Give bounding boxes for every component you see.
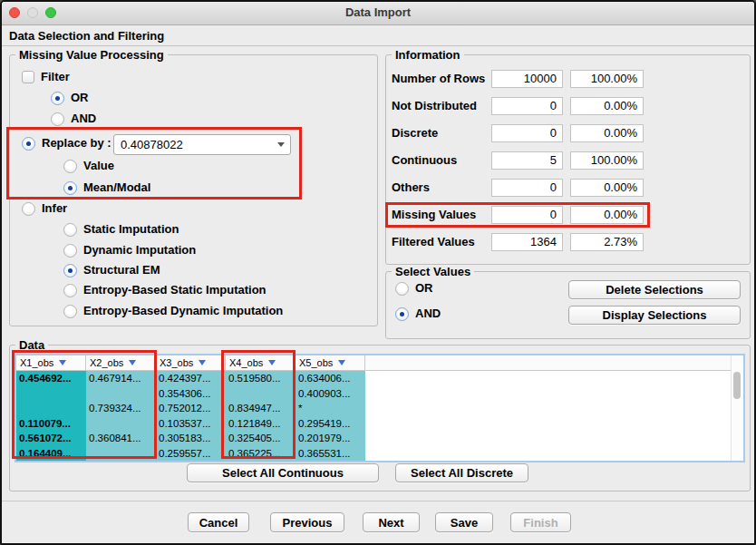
table-cell[interactable]: 0.365225... <box>226 446 296 462</box>
infer-radio-row: Infer <box>22 201 67 216</box>
filter-and-radio-row: AND <box>51 112 96 126</box>
info-percent-filtered-values[interactable]: 2.73% <box>570 233 644 251</box>
info-percent-others[interactable]: 0.00% <box>570 179 644 197</box>
table-cell[interactable]: 0.519580... <box>226 371 296 386</box>
info-percent-missing-values[interactable]: 0.00% <box>570 206 644 224</box>
table-cell[interactable] <box>86 446 156 462</box>
table-cell[interactable]: 0.752012... <box>156 401 226 416</box>
filter-or-radio-row: OR <box>51 91 89 105</box>
table-cell[interactable]: 0.360841... <box>86 431 156 446</box>
filter-checkbox[interactable] <box>22 71 34 83</box>
info-value-missing-values[interactable]: 0 <box>491 206 563 224</box>
info-percent-number-of-rows[interactable]: 100.00% <box>570 70 644 88</box>
cancel-button[interactable]: Cancel <box>188 512 249 532</box>
info-percent-discrete[interactable]: 0.00% <box>570 124 644 142</box>
table-cell[interactable]: 0.634006... <box>296 371 365 386</box>
info-value-discrete[interactable]: 0 <box>491 124 563 142</box>
table-cell[interactable]: 0.467914... <box>86 371 156 386</box>
table-cell[interactable]: * <box>296 401 365 416</box>
table-vertical-scrollbar[interactable] <box>731 355 743 461</box>
table-cell[interactable]: 0.424397... <box>156 371 226 386</box>
table-cell[interactable] <box>226 386 296 402</box>
select-all-discrete-button[interactable]: Select All Discrete <box>395 463 528 482</box>
previous-button[interactable]: Previous <box>270 512 344 532</box>
entropy-dynamic-radio[interactable] <box>63 305 77 318</box>
table-cell[interactable] <box>16 386 86 402</box>
column-header-x2-obs[interactable]: X2_obs <box>86 355 156 370</box>
table-cell[interactable]: 0.103537... <box>156 416 226 432</box>
mean-modal-radio[interactable] <box>63 181 77 195</box>
entropy-static-radio[interactable] <box>63 284 77 297</box>
table-cell[interactable] <box>86 386 156 402</box>
table-cell[interactable] <box>86 416 156 432</box>
info-label-continuous: Continuous <box>392 151 457 170</box>
table-cell[interactable]: 0.400903... <box>296 386 365 402</box>
combobox-arrow-button[interactable] <box>272 142 290 147</box>
filter-or-radio[interactable] <box>51 92 64 105</box>
column-dropdown-icon[interactable] <box>199 360 206 365</box>
entropy-dynamic-label: Entropy-Based Dynamic Imputation <box>83 304 283 318</box>
page-header: Data Selection and Filtering <box>2 25 754 46</box>
column-dropdown-icon[interactable] <box>59 360 66 365</box>
save-button[interactable]: Save <box>435 512 493 532</box>
scrollbar-thumb[interactable] <box>733 372 741 399</box>
table-cell[interactable]: 0.354306... <box>156 386 226 402</box>
info-value-others[interactable]: 0 <box>491 179 563 197</box>
select-values-or-radio-row: OR <box>395 281 433 296</box>
table-cell[interactable] <box>16 401 86 416</box>
table-cell[interactable]: 0.121849... <box>226 416 296 432</box>
table-row: 0.561072... 0.360841... 0.305183... 0.32… <box>16 431 743 446</box>
info-value-not-distributed[interactable]: 0 <box>491 97 563 115</box>
replace-value-combobox[interactable]: 0.40878022 <box>113 134 291 155</box>
structural-em-radio[interactable] <box>63 264 77 277</box>
table-cell[interactable]: 0.739324... <box>86 401 156 416</box>
group-title: Missing Value Processing <box>15 48 168 62</box>
display-selections-button[interactable]: Display Selections <box>568 306 741 325</box>
info-percent-continuous[interactable]: 100.00% <box>570 151 644 170</box>
dynamic-imputation-radio[interactable] <box>63 244 77 258</box>
column-header-x1-obs[interactable]: X1_obs <box>16 355 86 370</box>
table-cell[interactable]: 0.201979... <box>296 431 365 446</box>
table-cell[interactable]: 0.454692... <box>16 371 86 386</box>
column-dropdown-icon[interactable] <box>268 360 276 365</box>
select-values-or-radio[interactable] <box>395 282 409 296</box>
delete-selections-button[interactable]: Delete Selections <box>568 280 741 299</box>
filter-and-radio[interactable] <box>51 112 64 126</box>
column-dropdown-icon[interactable] <box>338 360 345 365</box>
table-cell[interactable]: 0.259557... <box>156 446 226 462</box>
table-cell[interactable]: 0.305183... <box>156 431 226 446</box>
select-all-continuous-button[interactable]: Select All Continuous <box>187 463 379 482</box>
table-header-row: X1_obs X2_obs X3_obs X4_obs X5_obs <box>16 355 743 371</box>
table-cell[interactable]: 0.164409... <box>16 446 86 462</box>
column-header-x3-obs[interactable]: X3_obs <box>156 355 226 370</box>
value-radio[interactable] <box>63 160 77 173</box>
table-cell[interactable]: 0.110079... <box>16 416 86 432</box>
select-values-and-radio[interactable] <box>395 307 409 321</box>
static-imputation-radio[interactable] <box>63 223 77 237</box>
info-value-filtered-values[interactable]: 1364 <box>491 233 563 251</box>
table-row: 0.454692... 0.467914... 0.424397... 0.51… <box>16 371 743 386</box>
infer-label: Infer <box>42 201 67 216</box>
finish-button[interactable]: Finish <box>510 512 571 532</box>
info-label-number-of-rows: Number of Rows <box>392 70 485 88</box>
column-header-x5-obs[interactable]: X5_obs <box>296 355 365 370</box>
column-header-label: X4_obs <box>229 357 263 368</box>
table-cell[interactable]: 0.561072... <box>16 431 86 446</box>
window-title: Data Import <box>2 5 754 19</box>
table-cell[interactable]: 0.325405... <box>226 431 296 446</box>
info-value-number-of-rows[interactable]: 10000 <box>491 70 563 88</box>
column-header-x4-obs[interactable]: X4_obs <box>226 355 296 370</box>
infer-radio[interactable] <box>22 202 35 216</box>
table-cell[interactable]: 0.365531... <box>296 446 365 462</box>
info-percent-not-distributed[interactable]: 0.00% <box>570 97 644 115</box>
title-bar: Data Import <box>2 2 754 25</box>
table-cell[interactable]: 0.834947... <box>226 401 296 416</box>
next-button[interactable]: Next <box>363 512 420 532</box>
table-cell[interactable]: 0.295419... <box>296 416 365 432</box>
info-value-continuous[interactable]: 5 <box>491 151 563 170</box>
column-dropdown-icon[interactable] <box>129 360 136 365</box>
replace-by-radio[interactable] <box>22 137 35 151</box>
structural-em-radio-row: Structural EM <box>63 263 160 277</box>
footer-separator <box>2 501 754 501</box>
select-values-and-radio-row: AND <box>395 307 441 321</box>
